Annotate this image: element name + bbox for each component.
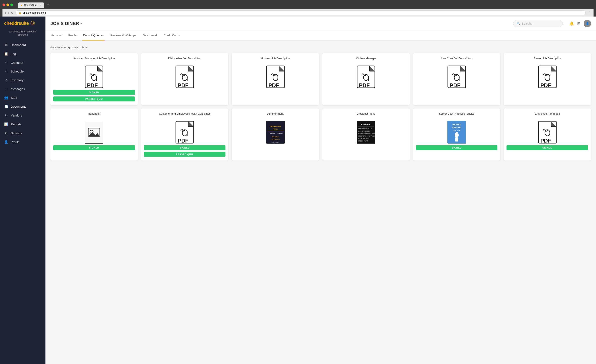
- doc-card-handbook[interactable]: Handbook SIGNED: [50, 108, 138, 161]
- sidebar-item-inventory[interactable]: ◇ Inventory: [0, 76, 45, 84]
- main-content: JOE'S DINER ▾ 🔍 Search... 🔔 ⊞ 👤 Account …: [45, 16, 596, 364]
- new-tab-button[interactable]: +: [45, 2, 51, 8]
- sidebar-item-settings[interactable]: ⚙ Settings: [0, 129, 45, 138]
- restaurant-name[interactable]: JOE'S DINER ▾: [50, 21, 82, 26]
- tab-docs-quizzes[interactable]: Docs & Quizzes: [82, 31, 104, 40]
- nav-label-log: Log: [11, 52, 16, 56]
- sidebar-item-reports[interactable]: 📊 Reports: [0, 120, 45, 129]
- sidebar-item-profile[interactable]: 👤 Profile: [0, 138, 45, 147]
- sidebar-logo: cheddrsuite Ⓖ: [0, 16, 45, 29]
- pdf-icon: PDF: [85, 66, 103, 88]
- sidebar-item-log[interactable]: 📋 Log: [0, 49, 45, 58]
- doc-title: Breakfast menu: [357, 112, 375, 119]
- nav-label-settings: Settings: [11, 131, 22, 135]
- active-tab[interactable]: ● CheddrSuite ✕: [18, 2, 44, 8]
- search-box[interactable]: 🔍 Search...: [513, 20, 563, 27]
- grid-icon[interactable]: ⊞: [577, 21, 580, 26]
- bell-icon[interactable]: 🔔: [569, 21, 574, 26]
- back-button[interactable]: ‹: [5, 11, 6, 15]
- sidebar-nav: ⊞ Dashboard 📋 Log ○ Calendar ○ Schedule …: [0, 40, 45, 362]
- doc-card-summer-menu[interactable]: Summer menu BREAKFAST MENU Bagels Entree…: [232, 108, 319, 161]
- badge-signed: SIGNED: [507, 145, 588, 150]
- traffic-lights: [2, 4, 13, 6]
- doc-title: Hostess Job Description: [261, 57, 290, 64]
- reports-icon: 📊: [4, 122, 8, 126]
- doc-card-breakfast-menu[interactable]: Breakfast menu Breakfast BREAKFAST TACOS…: [322, 108, 410, 161]
- logo-icon: Ⓖ: [30, 20, 35, 26]
- nav-label-staff: Staff: [11, 96, 17, 99]
- summer-menu-thumbnail: BREAKFAST MENU Bagels Entrees Breakfast …: [266, 121, 285, 144]
- refresh-button[interactable]: ↻: [11, 11, 14, 15]
- browser-menu-icon[interactable]: ⋮: [588, 11, 591, 15]
- document-grid: Assistant Manager Job Description PDF: [50, 53, 591, 161]
- sidebar-item-documents[interactable]: 📄 Documents: [0, 102, 45, 111]
- pdf-icon: PDF: [538, 121, 557, 144]
- tab-credit-cards[interactable]: Credit Cards: [163, 31, 181, 40]
- tab-profile[interactable]: Profile: [67, 31, 77, 40]
- svg-text:PDF: PDF: [268, 82, 279, 88]
- doc-card-kitchen-manager[interactable]: Kitchen Manager PDF: [322, 53, 410, 105]
- browser-addressbar: ‹ › ↻ 🔒 app.cheddrsuite.com ⋮: [2, 9, 594, 16]
- top-header: JOE'S DINER ▾ 🔍 Search... 🔔 ⊞ 👤: [45, 16, 596, 31]
- inventory-icon: ◇: [4, 78, 8, 82]
- svg-text:BAGEL W/CREAM CHEESE: BAGEL W/CREAM CHEESE: [358, 133, 375, 134]
- minimize-button[interactable]: [6, 4, 9, 6]
- svg-text:PDF: PDF: [178, 138, 188, 144]
- doc-card-customer-health[interactable]: Customer and Employee Health Guidelines …: [141, 108, 229, 161]
- tab-account[interactable]: Account: [50, 31, 63, 40]
- tab-label: CheddrSuite: [24, 4, 38, 7]
- doc-title: Kitchen Manager: [356, 57, 376, 64]
- nav-label-profile: Profile: [11, 140, 20, 144]
- master-serving-thumbnail: MASTER SERVING Part Two: [447, 121, 466, 144]
- svg-text:Part Two: Part Two: [453, 130, 460, 132]
- doc-card-hostess[interactable]: Hostess Job Description PDF: [232, 53, 319, 105]
- pdf-icon: PDF: [175, 66, 194, 88]
- doc-card-asst-manager[interactable]: Assistant Manager Job Description PDF: [50, 53, 138, 105]
- doc-card-server-best[interactable]: Server Best Practices- Basics MASTER SER…: [413, 108, 500, 161]
- address-field[interactable]: 🔒 app.cheddrsuite.com: [15, 10, 586, 15]
- svg-text:MASTER: MASTER: [452, 124, 461, 126]
- nav-label-documents: Documents: [11, 105, 26, 108]
- vendors-icon: ↻: [4, 113, 8, 117]
- staff-icon: 👥: [4, 96, 8, 100]
- sidebar-item-vendors[interactable]: ↻ Vendors: [0, 111, 45, 120]
- sidebar-item-schedule[interactable]: ○ Schedule: [0, 67, 45, 76]
- profile-icon: 👤: [4, 140, 8, 144]
- section-title: docs to sign / quizzes to take: [50, 46, 591, 49]
- sidebar: cheddrsuite Ⓖ Welcome, Brian Whitaker PI…: [0, 16, 45, 364]
- sidebar-item-messages[interactable]: □ Messages: [0, 84, 45, 93]
- doc-card-employee-handbook[interactable]: Employee Handbook PDF S: [504, 108, 591, 161]
- svg-text:FRUIT & YOGURT PARFAIT: FRUIT & YOGURT PARFAIT: [358, 135, 375, 137]
- nav-label-schedule: Schedule: [11, 70, 24, 73]
- url-text: app.cheddrsuite.com: [23, 11, 46, 14]
- lock-icon: 🔒: [19, 12, 22, 14]
- restaurant-dropdown-arrow: ▾: [80, 22, 82, 25]
- documents-icon: 📄: [4, 104, 8, 108]
- badge-passed-quiz: PASSED QUIZ: [53, 97, 135, 101]
- forward-button[interactable]: ›: [8, 11, 9, 15]
- svg-text:PDF: PDF: [540, 82, 551, 88]
- close-button[interactable]: [2, 4, 5, 6]
- tab-close-icon[interactable]: ✕: [39, 4, 41, 7]
- doc-card-line-cook[interactable]: Line Cook Job Description PDF: [413, 53, 500, 105]
- tab-dashboard[interactable]: Dashboard: [142, 31, 158, 40]
- doc-title: Line Cook Job Description: [441, 57, 472, 64]
- tab-reviews-writeups[interactable]: Reviews & Writeups: [110, 31, 137, 40]
- avatar[interactable]: 👤: [584, 20, 591, 27]
- sidebar-item-staff[interactable]: 👥 Staff: [0, 93, 45, 102]
- sidebar-item-calendar[interactable]: ○ Calendar: [0, 58, 45, 67]
- sub-nav: Account Profile Docs & Quizzes Reviews &…: [45, 31, 596, 41]
- maximize-button[interactable]: [10, 4, 13, 6]
- nav-label-reports: Reports: [11, 123, 22, 126]
- doc-card-dishwasher[interactable]: Dishwasher Job Description PDF: [141, 53, 229, 105]
- doc-card-server-job[interactable]: Server Job Description PDF: [504, 53, 591, 105]
- svg-text:Sandwiches: Sandwiches: [271, 138, 280, 140]
- sidebar-item-dashboard[interactable]: ⊞ Dashboard: [0, 40, 45, 49]
- svg-text:PDF: PDF: [359, 82, 370, 88]
- app-wrapper: cheddrsuite Ⓖ Welcome, Brian Whitaker PI…: [0, 16, 596, 364]
- svg-rect-77: [456, 132, 458, 134]
- search-placeholder: Search...: [522, 22, 533, 25]
- nav-label-calendar: Calendar: [11, 61, 23, 64]
- logo-text: cheddrsuite: [4, 21, 29, 26]
- header-icons: 🔔 ⊞ 👤: [569, 20, 591, 27]
